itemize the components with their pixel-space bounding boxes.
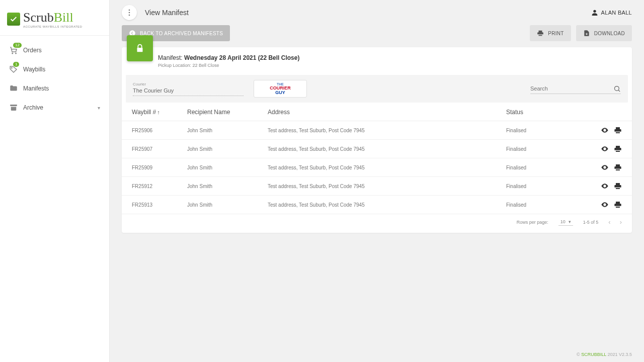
cell-status: Finalised [506,184,592,189]
courier-select[interactable]: Courier The Courier Guy [133,82,244,96]
archive-label: Archive [23,104,43,111]
col-address[interactable]: Address [268,109,506,116]
courier-label: Courier [133,82,244,86]
cell-address: Test address, Test Suburb, Post Code 794… [268,165,506,170]
cell-waybill: FR25913 [132,202,187,208]
topbar: View Manifest ALAN BALL [110,0,644,25]
svg-point-10 [615,86,619,90]
user-name: ALAN BALL [601,10,632,16]
svg-point-5 [129,12,130,14]
search-input-wrap [530,83,621,94]
next-page-button[interactable]: › [620,218,622,226]
search-input[interactable] [530,83,613,94]
cell-address: Test address, Test Suburb, Post Code 794… [268,128,506,133]
archive-icon [9,103,18,112]
sort-asc-icon: ↑ [157,109,160,115]
table-row: FR25909John SmithTest address, Test Subu… [122,158,632,177]
chevron-down-icon: ▾ [569,219,571,224]
folder-icon [9,84,18,93]
lock-icon [127,35,153,61]
courier-value: The Courier Guy [133,86,244,96]
svg-rect-9 [137,48,143,52]
cell-status: Finalised [506,146,592,152]
actionbar: BACK TO ARCHIVED MANIFESTS PRINT DOWNLOA… [110,25,644,47]
download-button[interactable]: DOWNLOAD [576,25,632,41]
table-row: FR25912John SmithTest address, Test Subu… [122,177,632,196]
table-row: FR25913John SmithTest address, Test Subu… [122,196,632,214]
view-icon[interactable] [601,126,609,134]
cell-recipient: John Smith [187,128,268,133]
footer: © SCRUBBILL 2021 V2.3.5 [110,347,644,362]
table-row: FR25906John SmithTest address, Test Subu… [122,121,632,140]
rows-per-page-select[interactable]: 10 ▾ [558,218,573,226]
cell-status: Finalised [506,165,592,170]
manifest-header: Manifest: Wednesday 28 April 2021 (22 Be… [122,47,632,75]
svg-point-13 [604,148,606,150]
print-icon[interactable] [614,145,622,153]
sidebar-item-archive[interactable]: Archive ▾ [0,98,109,117]
manifest-card: Manifest: Wednesday 28 April 2021 (22 Be… [122,47,632,233]
svg-point-1 [16,53,17,54]
cell-address: Test address, Test Suburb, Post Code 794… [268,202,506,208]
orders-badge: 12 [13,43,22,48]
rpp-label: Rows per page: [517,220,548,225]
view-icon[interactable] [601,145,609,153]
view-icon[interactable] [601,163,609,171]
menu-button[interactable] [122,5,137,20]
svg-point-4 [129,10,130,11]
cell-recipient: John Smith [187,146,268,152]
page-title: View Manifest [145,9,189,17]
orders-label: Orders [23,47,42,54]
filterbar: Courier The Courier Guy THE COURIER GUY [126,75,628,103]
logo: ScrubBill ACCURATE WAYBILLS INTEGRATED [0,6,109,36]
cell-recipient: John Smith [187,202,268,208]
chevron-down-icon: ▾ [98,105,100,111]
sidebar-item-orders[interactable]: 12 Orders [0,41,109,60]
waybill-table: Waybill #↑ Recipient Name Address Status… [122,103,632,233]
table-row: FR25907John SmithTest address, Test Subu… [122,140,632,158]
svg-point-15 [604,186,606,187]
print-icon[interactable] [614,126,622,134]
col-status[interactable]: Status [506,109,592,116]
cell-waybill: FR25912 [132,184,187,189]
cell-recipient: John Smith [187,165,268,170]
courier-logo: THE COURIER GUY [254,80,307,98]
print-icon[interactable] [614,163,622,171]
logo-tagline: ACCURATE WAYBILLS INTEGRATED [23,25,82,28]
cell-address: Test address, Test Suburb, Post Code 794… [268,146,506,152]
cell-status: Finalised [506,202,592,208]
svg-point-12 [604,130,606,131]
print-icon[interactable] [614,182,622,190]
svg-point-0 [12,53,13,54]
cell-recipient: John Smith [187,184,268,189]
waybills-badge: 1 [13,62,19,67]
svg-point-2 [12,67,13,68]
manifest-title: Manifest: Wednesday 28 April 2021 (22 Be… [158,54,299,61]
view-icon[interactable] [601,201,609,209]
user-menu[interactable]: ALAN BALL [591,9,632,17]
cell-address: Test address, Test Suburb, Post Code 794… [268,184,506,189]
sidebar: ScrubBill ACCURATE WAYBILLS INTEGRATED 1… [0,0,110,362]
col-recipient[interactable]: Recipient Name [187,109,268,116]
print-icon[interactable] [614,201,622,209]
cell-waybill: FR25906 [132,128,187,133]
print-icon [537,30,544,37]
cell-waybill: FR25909 [132,165,187,170]
view-icon[interactable] [601,182,609,190]
svg-line-11 [618,90,620,92]
cell-waybill: FR25907 [132,146,187,152]
col-waybill[interactable]: Waybill #↑ [132,109,187,116]
waybills-label: Waybills [23,66,45,73]
prev-page-button[interactable]: ‹ [608,218,610,226]
print-button[interactable]: PRINT [530,25,571,41]
sidebar-item-waybills[interactable]: 1 Waybills [0,60,109,79]
svg-rect-3 [10,105,17,106]
search-icon [613,85,621,93]
logo-text: ScrubBill [23,10,82,25]
table-footer: Rows per page: 10 ▾ 1-5 of 5 ‹ › [122,214,632,233]
sidebar-item-manifests[interactable]: Manifests [0,79,109,98]
manifest-subtitle: Pickup Location: 22 Bell Close [158,63,299,68]
svg-point-16 [604,204,606,206]
download-icon [583,30,590,37]
svg-point-14 [604,167,606,168]
